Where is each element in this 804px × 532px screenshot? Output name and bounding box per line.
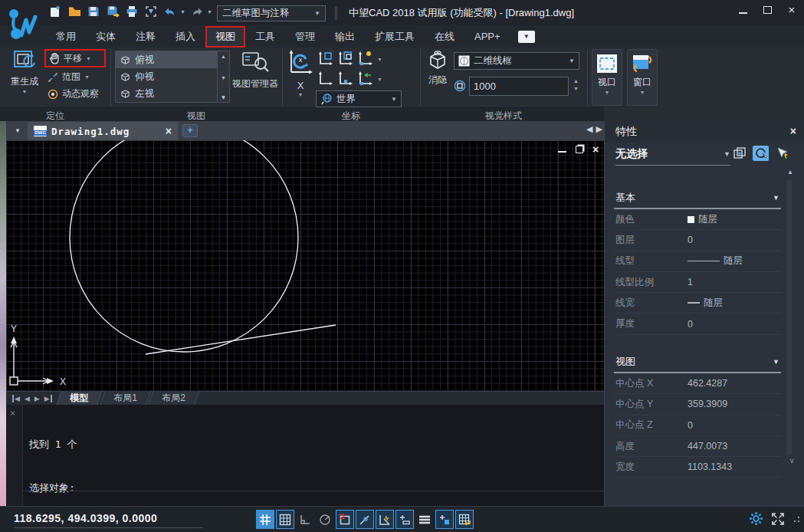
toggle-pickadd-icon[interactable] <box>753 146 769 161</box>
tab-express[interactable]: 扩展工具 <box>365 26 425 48</box>
select-objects-icon[interactable] <box>774 146 790 161</box>
tab-scroll-left-icon[interactable]: ◀ <box>586 124 592 134</box>
document-tab-drawing1[interactable]: DWG Drawing1.dwg × <box>28 122 178 140</box>
property-row-layer[interactable]: 图层 0 <box>614 230 781 251</box>
section-view-header[interactable]: 视图 ▼ <box>614 353 781 373</box>
ucs-selector[interactable]: 世界 ▼ <box>316 90 402 107</box>
status-menu-icon[interactable] <box>415 510 434 529</box>
view-manager-button[interactable]: 视图管理器 <box>230 50 281 90</box>
scale-input[interactable]: 1000 <box>469 77 569 96</box>
tab-layout1[interactable]: 布局1 <box>99 391 150 406</box>
undo-button[interactable] <box>162 4 178 19</box>
spinner-down-icon[interactable]: ▼ <box>573 86 579 91</box>
ucs-3point-icon[interactable] <box>357 71 373 87</box>
property-row-width[interactable]: 宽度 1103.1343 <box>614 457 781 478</box>
save-button[interactable] <box>86 4 101 19</box>
tab-tools[interactable]: 工具 <box>245 26 285 48</box>
maximize-button[interactable] <box>761 5 773 15</box>
preview-selection-button[interactable] <box>143 4 159 19</box>
grid-toggle-icon[interactable] <box>256 510 274 529</box>
quick-select-icon[interactable] <box>731 146 747 161</box>
polar-toggle-icon[interactable] <box>316 510 334 529</box>
ucs-z-axis-icon[interactable] <box>337 71 353 87</box>
tab-annotate[interactable]: 注释 <box>126 26 166 48</box>
ucs-rotate-x-button[interactable]: x X ▼ <box>287 49 314 97</box>
property-row-thickness[interactable]: 厚度 0 <box>614 314 781 334</box>
new-file-button[interactable] <box>48 4 63 19</box>
scroll-up-icon[interactable]: ▲ <box>787 169 793 176</box>
drawing-restore-icon[interactable] <box>576 146 583 153</box>
orbit-button[interactable]: 动态观察 <box>48 87 112 100</box>
spinner-up-icon[interactable]: ▲ <box>573 78 579 84</box>
tab-view[interactable]: 视图 <box>205 26 245 48</box>
tab-output[interactable]: 输出 <box>325 26 365 48</box>
tab-manage[interactable]: 管理 <box>285 26 325 48</box>
tab-insert[interactable]: 插入 <box>166 26 205 48</box>
osnap-toggle-icon[interactable] <box>336 510 354 529</box>
last-layout-icon[interactable]: ▶ <box>44 395 52 402</box>
annotation-grid-toggle-icon[interactable] <box>455 510 474 529</box>
chevron-down-icon[interactable]: ▼ <box>377 77 382 82</box>
first-layout-icon[interactable]: ◀ <box>12 395 20 402</box>
section-basic-header[interactable]: 基本 ▼ <box>614 189 781 209</box>
add-selected-toggle-icon[interactable] <box>435 510 454 529</box>
property-row-center-x[interactable]: 中心点 X 462.4287 <box>614 373 781 394</box>
view-item-left[interactable]: 左视 <box>116 85 217 102</box>
snap-toggle-icon[interactable] <box>276 510 294 529</box>
tab-app-plus[interactable]: APP+ <box>464 27 510 46</box>
tab-home[interactable]: 常用 <box>46 26 86 48</box>
tab-solid[interactable]: 实体 <box>86 26 126 48</box>
prev-layout-icon[interactable]: ◀ <box>25 395 30 402</box>
otrack-toggle-icon[interactable] <box>356 510 374 529</box>
command-input[interactable] <box>23 491 604 506</box>
ucs-origin-icon[interactable] <box>317 71 333 87</box>
app-logo[interactable] <box>3 2 44 44</box>
property-row-center-z[interactable]: 中心点 Z 0 <box>614 415 781 436</box>
ucs-world-icon[interactable] <box>317 51 333 67</box>
tab-scroll-right-icon[interactable]: ▶ <box>596 124 602 134</box>
property-row-color[interactable]: 颜色 随层 <box>614 209 781 230</box>
ortho-toggle-icon[interactable] <box>296 510 314 529</box>
scroll-down-icon[interactable]: ˅ <box>789 457 794 465</box>
command-close-icon[interactable]: × <box>10 408 15 419</box>
window-button[interactable]: 窗口 ▼ <box>627 49 658 106</box>
next-layout-icon[interactable]: ▶ <box>34 395 40 402</box>
pan-button[interactable]: 平移 ▼ <box>44 49 106 67</box>
redo-button[interactable] <box>189 4 205 19</box>
redo-dropdown[interactable]: ▼ <box>207 9 212 15</box>
command-line-panel[interactable]: × 找到 1 个 选择对象: 指定基点或 [位移(D)] <位移>: 指定位移 … <box>6 405 604 506</box>
drawing-minimize-icon[interactable] <box>558 146 566 153</box>
scroll-down-icon[interactable]: ▼ <box>221 75 226 80</box>
minimize-button[interactable] <box>737 5 749 15</box>
close-button[interactable]: × <box>786 5 798 15</box>
save-as-button[interactable] <box>105 4 120 19</box>
view-item-bottom[interactable]: 仰视 <box>116 68 217 85</box>
settings-gear-icon[interactable] <box>749 511 763 526</box>
property-row-ltscale[interactable]: 线型比例 1 <box>614 272 781 293</box>
ucs-named-icon[interactable] <box>337 51 353 67</box>
tab-model[interactable]: 模型 <box>55 391 101 406</box>
regen-button[interactable]: 重生成 ▼ <box>6 49 43 94</box>
properties-scrollbar[interactable] <box>786 179 792 455</box>
ucs-previous-icon[interactable] <box>357 51 373 67</box>
tab-layout2[interactable]: 布局2 <box>148 391 199 406</box>
undo-dropdown[interactable]: ▼ <box>180 9 185 15</box>
print-button[interactable] <box>124 4 139 19</box>
drawing-close-icon[interactable]: × <box>592 145 599 154</box>
chevron-down-icon[interactable]: ▼ <box>377 57 382 62</box>
dynamic-input-toggle-icon[interactable] <box>376 510 394 529</box>
document-list-dropdown[interactable]: ▼ <box>11 125 25 136</box>
property-row-lineweight[interactable]: 线宽 随层 <box>614 293 781 314</box>
new-document-tab-button[interactable]: + <box>182 124 198 137</box>
property-row-center-y[interactable]: 中心点 Y 359.3909 <box>614 394 781 415</box>
hide-button[interactable]: 消隐 <box>423 49 452 87</box>
tab-online[interactable]: 在线 <box>425 26 464 48</box>
properties-close-icon[interactable]: × <box>790 125 796 137</box>
visual-style-selector[interactable]: 二维线框 ▼ <box>454 52 579 70</box>
scroll-page-down-icon[interactable]: ▼▼ <box>221 96 226 100</box>
lineweight-toggle-icon[interactable] <box>395 510 414 529</box>
mail-dropdown-icon[interactable]: ▼ <box>518 31 535 43</box>
open-file-button[interactable] <box>67 4 82 19</box>
fullscreen-icon[interactable] <box>771 512 785 526</box>
extents-button[interactable]: 范围 ▼ <box>48 71 109 84</box>
